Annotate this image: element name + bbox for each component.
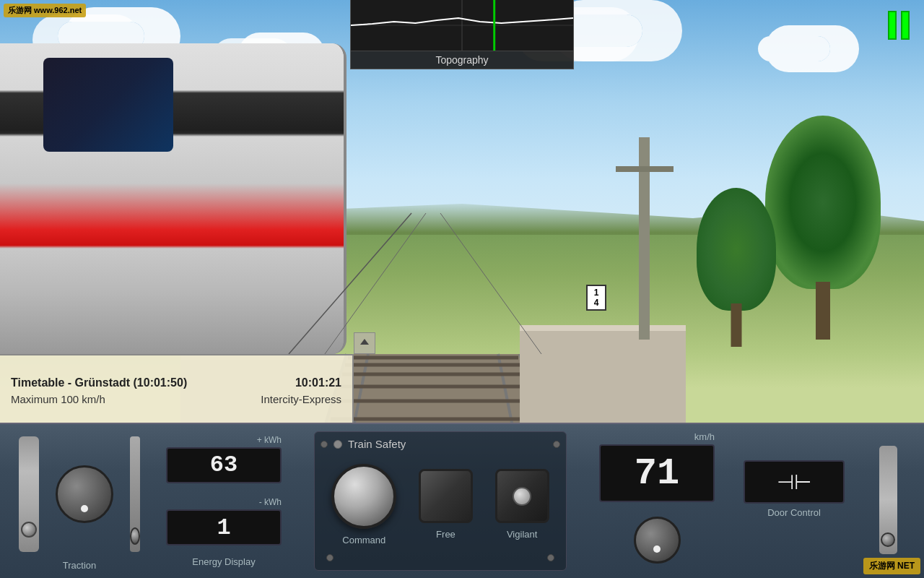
info-row-2: Maximum 100 km/h Intercity-Express [11,393,341,405]
cloud-4 [758,36,830,61]
expand-button[interactable] [354,332,375,354]
free-item: Free [419,469,473,540]
track-sign-bottom: 4 [589,298,603,308]
svg-line-16 [440,213,541,354]
safety-header: Train Safety [321,438,560,450]
brake-lever[interactable] [879,446,897,554]
current-time: 10:01:21 [295,376,341,389]
watermark-text: 乐游网 NET [869,561,915,571]
pause-bar-1 [888,11,897,40]
info-panel: Timetable - Grünstadt (10:01:50) 10:01:2… [0,354,354,426]
energy-minus-block: - kWh 1 [166,497,282,545]
traction-label: Traction [63,560,96,571]
topography-label: Topography [351,51,573,69]
command-label: Command [342,535,385,545]
pause-button[interactable] [888,11,910,40]
safety-led [334,440,342,449]
pause-bar-2 [901,11,910,40]
command-item: Command [331,464,396,545]
traction-controls [11,431,148,556]
section-speed: km/h 71 [585,424,729,578]
svg-line-15 [325,213,426,354]
safety-title: Train Safety [348,438,406,450]
speed-unit: km/h [599,431,715,442]
max-speed-info: Maximum 100 km/h [11,393,105,405]
section-door: ⊣⊢ Door Control [729,424,859,578]
command-button[interactable] [331,464,396,529]
track-sign: 1 4 [586,285,606,311]
speed-display: 71 [599,444,715,502]
train-type: Intercity-Express [261,393,341,405]
door-display[interactable]: ⊣⊢ [744,460,845,504]
svg-line-17 [289,213,411,354]
svg-rect-14 [520,325,686,331]
energy-minus-label: - kWh [166,497,282,507]
brake-lever-knob [881,532,895,547]
speed-knob[interactable] [634,517,681,564]
control-panel: Traction + kWh 63 - kWh 1 Energy Display… [0,423,924,578]
track-sign-top: 1 [589,288,603,298]
vigilant-item: Vigilant [495,469,549,540]
energy-plus-display: 63 [166,447,282,483]
energy-plus-label: + kWh [166,435,282,445]
section-traction: Traction [7,424,152,578]
safety-controls: Command Free Vigilant [321,457,560,551]
door-control-label: Door Control [767,507,821,518]
power-pole [639,137,650,340]
screw-bottom-left [326,554,334,561]
screw-top-left [321,441,328,448]
tree-right-small [693,188,780,347]
energy-minus-display: 1 [166,509,282,545]
game-viewport: 1 4 Topography Timetable - Grünstadt (10… [0,0,924,426]
svg-rect-13 [520,325,686,426]
topography-graph [351,0,573,51]
energy-display-label: Energy Display [192,556,255,567]
topography-panel: Topography [350,0,574,69]
traction-knob[interactable] [56,465,113,523]
screw-top-right [553,441,560,448]
section-safety: Train Safety Command Free Vigilant [296,424,585,578]
screw-bottom-right [547,554,554,561]
section-energy: + kWh 63 - kWh 1 Energy Display [152,424,296,578]
free-label: Free [436,529,456,540]
timetable-info: Timetable - Grünstadt (10:01:50) [11,376,187,389]
lever-knob-left [21,522,37,538]
svg-marker-22 [360,339,369,345]
free-button[interactable] [419,469,473,523]
traction-lever-right[interactable] [130,436,140,552]
vigilant-button[interactable] [495,469,549,523]
traction-lever-left[interactable] [19,436,39,552]
lever-tip-right [130,527,140,545]
speed-knob-area [588,509,725,571]
energy-plus-block: + kWh 63 [166,435,282,483]
watermark-top: 乐游网 www.962.net [4,4,86,17]
vigilant-label: Vigilant [507,529,537,540]
info-row-1: Timetable - Grünstadt (10:01:50) 10:01:2… [11,376,341,389]
section-brake: Bra... [859,424,917,578]
watermark-bottom: 乐游网 NET [863,558,920,574]
door-icon: ⊣⊢ [777,470,811,494]
safety-box: Train Safety Command Free Vigilant [314,431,567,571]
